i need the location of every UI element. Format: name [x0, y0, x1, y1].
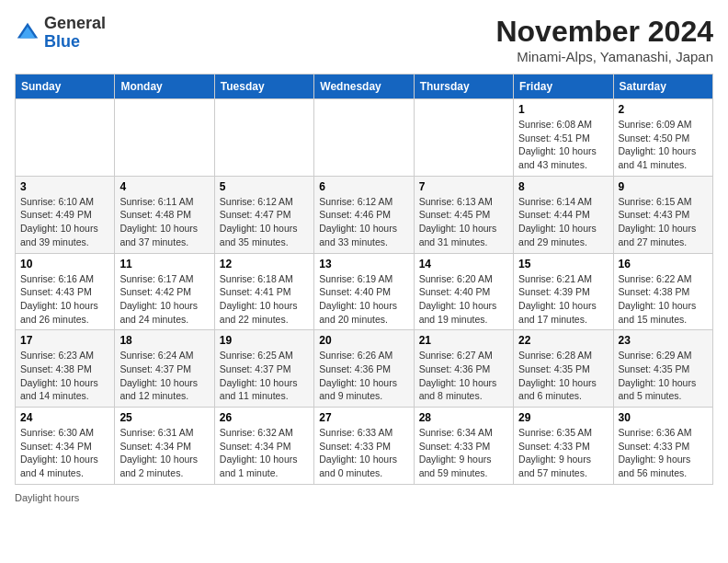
calendar-cell: 7Sunrise: 6:13 AMSunset: 4:45 PMDaylight…: [414, 176, 513, 253]
day-number: 29: [518, 411, 608, 424]
day-info: Sunrise: 6:21 AMSunset: 4:39 PMDaylight:…: [518, 272, 608, 327]
day-info: Sunrise: 6:31 AMSunset: 4:34 PMDaylight:…: [119, 426, 209, 480]
calendar-week-5: 24Sunrise: 6:30 AMSunset: 4:34 PMDayligh…: [16, 408, 713, 485]
day-info: Sunrise: 6:24 AMSunset: 4:37 PMDaylight:…: [119, 349, 209, 403]
col-header-wednesday: Wednesday: [314, 75, 414, 99]
calendar-cell: 4Sunrise: 6:11 AMSunset: 4:48 PMDaylight…: [115, 176, 214, 253]
day-number: 14: [419, 258, 508, 270]
calendar-cell: 13Sunrise: 6:19 AMSunset: 4:40 PMDayligh…: [314, 253, 414, 330]
day-info: Sunrise: 6:30 AMSunset: 4:34 PMDaylight:…: [20, 426, 109, 480]
col-header-monday: Monday: [115, 75, 214, 99]
calendar-week-1: 1Sunrise: 6:08 AMSunset: 4:51 PMDaylight…: [16, 99, 713, 177]
calendar-cell: 23Sunrise: 6:29 AMSunset: 4:35 PMDayligh…: [613, 330, 712, 408]
day-number: 20: [319, 334, 408, 347]
calendar-week-4: 17Sunrise: 6:23 AMSunset: 4:38 PMDayligh…: [16, 330, 713, 408]
day-info: Sunrise: 6:27 AMSunset: 4:36 PMDaylight:…: [419, 349, 508, 403]
day-info: Sunrise: 6:09 AMSunset: 4:50 PMDaylight:…: [619, 118, 708, 172]
col-header-thursday: Thursday: [414, 75, 513, 99]
title-block: November 2024 Minami-Alps, Yamanashi, Ja…: [495, 15, 713, 64]
day-info: Sunrise: 6:10 AMSunset: 4:49 PMDaylight:…: [20, 195, 109, 249]
calendar-cell: 9Sunrise: 6:15 AMSunset: 4:43 PMDaylight…: [613, 176, 712, 253]
day-info: Sunrise: 6:26 AMSunset: 4:36 PMDaylight:…: [319, 349, 408, 403]
day-info: Sunrise: 6:16 AMSunset: 4:43 PMDaylight:…: [20, 272, 109, 327]
day-number: 27: [319, 411, 408, 424]
day-number: 22: [518, 334, 608, 347]
day-number: 18: [119, 334, 209, 347]
calendar-cell: [214, 99, 313, 177]
day-number: 4: [119, 180, 209, 193]
calendar-cell: 10Sunrise: 6:16 AMSunset: 4:43 PMDayligh…: [16, 253, 115, 330]
calendar-cell: 14Sunrise: 6:20 AMSunset: 4:40 PMDayligh…: [414, 253, 513, 330]
calendar-cell: 22Sunrise: 6:28 AMSunset: 4:35 PMDayligh…: [514, 330, 613, 408]
calendar-cell: 19Sunrise: 6:25 AMSunset: 4:37 PMDayligh…: [214, 330, 313, 408]
day-number: 8: [518, 180, 608, 193]
calendar-cell: 25Sunrise: 6:31 AMSunset: 4:34 PMDayligh…: [115, 408, 214, 485]
day-info: Sunrise: 6:35 AMSunset: 4:33 PMDaylight:…: [518, 426, 608, 480]
calendar-cell: 16Sunrise: 6:22 AMSunset: 4:38 PMDayligh…: [613, 253, 712, 330]
day-number: 24: [20, 411, 109, 424]
page-subtitle: Minami-Alps, Yamanashi, Japan: [495, 49, 713, 64]
col-header-sunday: Sunday: [16, 75, 115, 99]
page-header: General Blue November 2024 Minami-Alps, …: [15, 15, 713, 64]
day-info: Sunrise: 6:23 AMSunset: 4:38 PMDaylight:…: [20, 349, 109, 403]
footer: Daylight hours: [15, 492, 713, 503]
calendar-cell: 2Sunrise: 6:09 AMSunset: 4:50 PMDaylight…: [613, 99, 712, 177]
day-info: Sunrise: 6:11 AMSunset: 4:48 PMDaylight:…: [119, 195, 209, 249]
calendar-cell: 12Sunrise: 6:18 AMSunset: 4:41 PMDayligh…: [214, 253, 313, 330]
day-info: Sunrise: 6:19 AMSunset: 4:40 PMDaylight:…: [319, 272, 408, 327]
day-number: 11: [119, 258, 209, 270]
calendar-table: SundayMondayTuesdayWednesdayThursdayFrid…: [15, 74, 713, 485]
day-number: 19: [220, 334, 309, 347]
day-info: Sunrise: 6:36 AMSunset: 4:33 PMDaylight:…: [619, 426, 708, 480]
day-info: Sunrise: 6:13 AMSunset: 4:45 PMDaylight:…: [419, 195, 508, 249]
calendar-cell: 30Sunrise: 6:36 AMSunset: 4:33 PMDayligh…: [613, 408, 712, 485]
day-info: Sunrise: 6:18 AMSunset: 4:41 PMDaylight:…: [220, 272, 309, 327]
day-info: Sunrise: 6:14 AMSunset: 4:44 PMDaylight:…: [518, 195, 608, 249]
day-number: 25: [119, 411, 209, 424]
day-info: Sunrise: 6:29 AMSunset: 4:35 PMDaylight:…: [619, 349, 708, 403]
day-number: 12: [220, 258, 309, 270]
calendar-cell: 21Sunrise: 6:27 AMSunset: 4:36 PMDayligh…: [414, 330, 513, 408]
day-info: Sunrise: 6:33 AMSunset: 4:33 PMDaylight:…: [319, 426, 408, 480]
calendar-cell: 6Sunrise: 6:12 AMSunset: 4:46 PMDaylight…: [314, 176, 414, 253]
day-info: Sunrise: 6:22 AMSunset: 4:38 PMDaylight:…: [619, 272, 708, 327]
day-info: Sunrise: 6:17 AMSunset: 4:42 PMDaylight:…: [119, 272, 209, 327]
day-info: Sunrise: 6:08 AMSunset: 4:51 PMDaylight:…: [518, 118, 608, 172]
calendar-cell: [314, 99, 414, 177]
calendar-cell: 1Sunrise: 6:08 AMSunset: 4:51 PMDaylight…: [514, 99, 613, 177]
col-header-saturday: Saturday: [613, 75, 712, 99]
logo: General Blue: [15, 15, 106, 52]
calendar-cell: [115, 99, 214, 177]
day-number: 1: [518, 103, 608, 116]
day-info: Sunrise: 6:34 AMSunset: 4:33 PMDaylight:…: [419, 426, 508, 480]
calendar-cell: 26Sunrise: 6:32 AMSunset: 4:34 PMDayligh…: [214, 408, 313, 485]
day-number: 9: [619, 180, 708, 193]
calendar-cell: 24Sunrise: 6:30 AMSunset: 4:34 PMDayligh…: [16, 408, 115, 485]
day-number: 6: [319, 180, 408, 193]
calendar-cell: 29Sunrise: 6:35 AMSunset: 4:33 PMDayligh…: [514, 408, 613, 485]
day-number: 28: [419, 411, 508, 424]
day-info: Sunrise: 6:28 AMSunset: 4:35 PMDaylight:…: [518, 349, 608, 403]
col-header-friday: Friday: [514, 75, 613, 99]
calendar-cell: [414, 99, 513, 177]
calendar-cell: 15Sunrise: 6:21 AMSunset: 4:39 PMDayligh…: [514, 253, 613, 330]
calendar-cell: 27Sunrise: 6:33 AMSunset: 4:33 PMDayligh…: [314, 408, 414, 485]
calendar-cell: 8Sunrise: 6:14 AMSunset: 4:44 PMDaylight…: [514, 176, 613, 253]
calendar-week-3: 10Sunrise: 6:16 AMSunset: 4:43 PMDayligh…: [16, 253, 713, 330]
day-info: Sunrise: 6:15 AMSunset: 4:43 PMDaylight:…: [619, 195, 708, 249]
day-number: 7: [419, 180, 508, 193]
day-number: 5: [220, 180, 309, 193]
calendar-cell: 20Sunrise: 6:26 AMSunset: 4:36 PMDayligh…: [314, 330, 414, 408]
day-number: 13: [319, 258, 408, 270]
logo-text: General Blue: [44, 15, 106, 52]
page-title: November 2024: [495, 15, 713, 49]
day-number: 2: [619, 103, 708, 116]
calendar-cell: 3Sunrise: 6:10 AMSunset: 4:49 PMDaylight…: [16, 176, 115, 253]
day-number: 23: [619, 334, 708, 347]
day-number: 15: [518, 258, 608, 270]
day-info: Sunrise: 6:32 AMSunset: 4:34 PMDaylight:…: [220, 426, 309, 480]
logo-icon: [15, 20, 40, 46]
calendar-week-2: 3Sunrise: 6:10 AMSunset: 4:49 PMDaylight…: [16, 176, 713, 253]
calendar-cell: [16, 99, 115, 177]
day-info: Sunrise: 6:12 AMSunset: 4:47 PMDaylight:…: [220, 195, 309, 249]
